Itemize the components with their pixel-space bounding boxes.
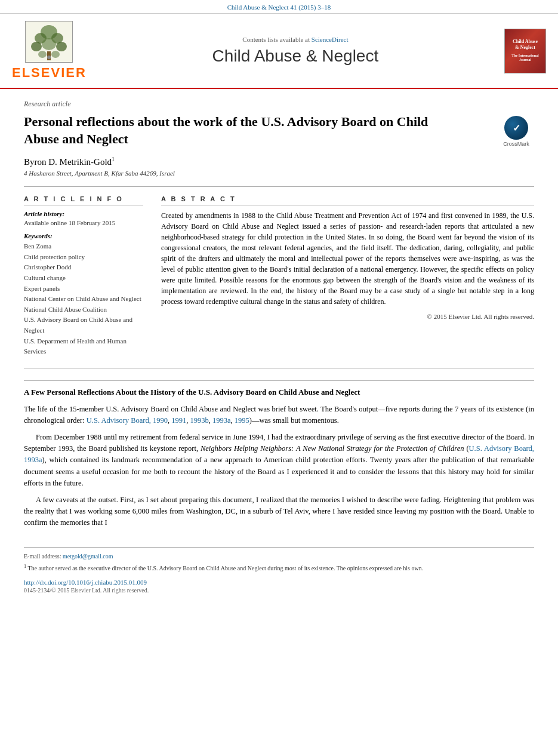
keyword-item: Christopher Dodd bbox=[24, 262, 143, 273]
two-col-section: A R T I C L E I N F O Article history: A… bbox=[24, 195, 534, 357]
journal-name-center: Contents lists available at ScienceDirec… bbox=[93, 36, 498, 66]
body-paragraph-3: A few caveats at the outset. First, as I… bbox=[24, 494, 534, 529]
ref-link-1991[interactable]: 1991 bbox=[171, 416, 186, 425]
ref-link-1993a[interactable]: 1993a bbox=[212, 416, 231, 425]
keywords-label: Keywords: bbox=[24, 232, 143, 239]
keyword-item: Child protection policy bbox=[24, 252, 143, 263]
body-paragraph-2: From December 1988 until my retirement f… bbox=[24, 432, 534, 490]
svg-point-10 bbox=[47, 56, 51, 59]
svg-point-4 bbox=[31, 42, 42, 51]
footnotes-area: E-mail address: metgold@gmail.com 1 The … bbox=[24, 547, 534, 594]
abstract-text: Created by amendments in 1988 to the Chi… bbox=[161, 210, 534, 307]
copyright-line: © 2015 Elsevier Ltd. All rights reserved… bbox=[161, 313, 534, 320]
keyword-item: Cultural change bbox=[24, 273, 143, 284]
email-footnote: E-mail address: metgold@gmail.com bbox=[24, 552, 534, 561]
body-paragraph-1: The life of the 15-member U.S. Advisory … bbox=[24, 404, 534, 427]
journal-cover-image: Child Abuse & Neglect The International … bbox=[504, 29, 546, 73]
keyword-item: U.S. Advisory Board on Child Abuse and N… bbox=[24, 315, 143, 336]
journal-title: Child Abuse & Neglect bbox=[93, 47, 498, 66]
article-content: Research article Personal reflections ab… bbox=[0, 89, 558, 606]
article-info-heading: A R T I C L E I N F O bbox=[24, 195, 143, 205]
footnote-1: 1 The author served as the executive dir… bbox=[24, 563, 534, 573]
elsevier-tree-image bbox=[25, 21, 73, 63]
keyword-item: National Child Abuse Coalition bbox=[24, 305, 143, 315]
keyword-item: Expert panels bbox=[24, 284, 143, 294]
email-link[interactable]: metgold@gmail.com bbox=[63, 553, 113, 560]
keyword-item: National Center on Child Abuse and Negle… bbox=[24, 294, 143, 305]
journal-header: ELSEVIER Contents lists available at Sci… bbox=[0, 14, 558, 89]
article-main-title: Personal reflections about the work of t… bbox=[24, 113, 430, 147]
author-name: Byron D. Metrikin-Gold1 bbox=[24, 156, 534, 167]
science-direct-anchor[interactable]: ScienceDirect bbox=[312, 36, 349, 43]
elsevier-logo: ELSEVIER bbox=[12, 21, 87, 81]
body-section: A Few Personal Reflections About the His… bbox=[24, 380, 534, 529]
svg-point-6 bbox=[56, 42, 67, 51]
ref-link-1995[interactable]: 1995 bbox=[235, 416, 249, 425]
science-direct-link[interactable]: Contents lists available at ScienceDirec… bbox=[93, 36, 498, 43]
issn-line: 0145-2134/© 2015 Elsevier Ltd. All right… bbox=[24, 587, 534, 594]
keywords-list: Ben ZomaChild protection policyChristoph… bbox=[24, 241, 143, 357]
article-info-column: A R T I C L E I N F O Article history: A… bbox=[24, 195, 143, 357]
available-online-text: Available online 18 February 2015 bbox=[24, 219, 143, 226]
history-label: Article history: bbox=[24, 210, 143, 217]
ref-link-1990[interactable]: U.S. Advisory Board, 1990 bbox=[87, 416, 168, 425]
journal-citation: Child Abuse & Neglect 41 (2015) 3–18 bbox=[227, 4, 331, 11]
svg-point-8 bbox=[38, 51, 47, 58]
abstract-heading: A B S T R A C T bbox=[161, 195, 534, 205]
article-type-label: Research article bbox=[24, 100, 534, 109]
doi-line[interactable]: http://dx.doi.org/10.1016/j.chiabu.2015.… bbox=[24, 579, 534, 586]
article-title-row: Personal reflections about the work of t… bbox=[24, 113, 534, 147]
svg-point-9 bbox=[51, 51, 60, 58]
divider-line-2 bbox=[24, 368, 534, 368]
elsevier-brand-text: ELSEVIER bbox=[12, 65, 87, 81]
doi-link[interactable]: http://dx.doi.org/10.1016/j.chiabu.2015.… bbox=[24, 579, 147, 586]
abstract-column: A B S T R A C T Created by amendments in… bbox=[161, 195, 534, 357]
crossmark-icon: ✓ bbox=[504, 116, 528, 140]
crossmark-badge[interactable]: ✓ CrossMark bbox=[498, 116, 534, 147]
ref-link-1993b[interactable]: 1993b bbox=[190, 416, 208, 425]
author-address: 4 Hasharon Street, Apartment B, Kfar Sab… bbox=[24, 170, 534, 177]
svg-point-5 bbox=[42, 38, 56, 50]
divider-line-1 bbox=[24, 186, 534, 187]
section-heading: A Few Personal Reflections About the His… bbox=[24, 387, 534, 398]
keyword-item: U.S. Department of Health and Human Serv… bbox=[24, 336, 143, 357]
crossmark-label: CrossMark bbox=[503, 141, 529, 147]
keyword-item: Ben Zoma bbox=[24, 241, 143, 252]
journal-citation-bar: Child Abuse & Neglect 41 (2015) 3–18 bbox=[0, 0, 558, 14]
